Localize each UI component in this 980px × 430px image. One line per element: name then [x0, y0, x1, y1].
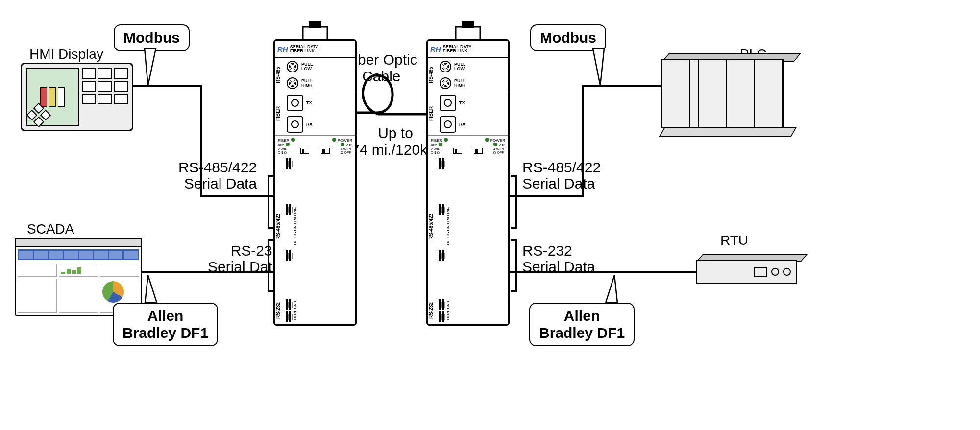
vlabel-fiber: FIBER	[428, 92, 437, 135]
svg-rect-6	[456, 27, 480, 40]
svg-marker-3	[606, 275, 617, 303]
label-pull-high: PULL HIGH	[301, 79, 313, 88]
section-rs485422: RS-485/422 TX+ TX- GND RX+ RX-	[275, 156, 355, 297]
label-tx: TX	[459, 101, 465, 105]
brand-text: SERIAL DATA FIBER LINK	[290, 45, 319, 54]
svg-marker-0	[145, 48, 156, 86]
bubble-ab-right: Allen Bradley DF1	[529, 303, 635, 346]
vlabel-rs485: RS-485	[428, 58, 437, 92]
dip-switch	[300, 148, 309, 154]
fiber-module-right: RH SERIAL DATA FIBER LINK RS-485 PULL LO…	[426, 39, 510, 326]
label-tx: TX	[306, 101, 312, 105]
section-rs232: RS-232 TX RX GND	[275, 297, 355, 324]
dip-switch	[321, 148, 330, 154]
rtu-label: RTU	[720, 233, 748, 248]
dip-switch	[474, 148, 483, 154]
svg-rect-5	[309, 21, 321, 28]
label-rs232-left: RS-232 Serial Data	[208, 242, 280, 275]
hmi-label: HMI Display	[29, 47, 103, 62]
label-rs485-right: RS-485/422 Serial Data	[522, 159, 601, 191]
label-rx: RX	[306, 122, 313, 127]
din-clip-icon	[298, 21, 332, 41]
section-rs485: RS-485 PULL LOW PULL HIGH	[275, 58, 355, 92]
vlabel-rs485422: RS-485/422	[428, 156, 437, 297]
fiber-port-rx	[440, 116, 456, 133]
dip-2wire-label: 2 WIRE ON-Ω	[278, 147, 290, 154]
svg-marker-2	[145, 275, 157, 303]
vlabel-rs232: RS-232	[275, 297, 284, 324]
fiber-module-left: RH SERIAL DATA FIBER LINK RS-485 PULL LO…	[273, 39, 357, 326]
section-fiber: FIBER TX RX	[275, 92, 355, 136]
brand-logo: RH	[277, 45, 288, 53]
led-fiber-label: FIBER	[278, 138, 290, 143]
brand-logo: RH	[430, 45, 441, 53]
label-pull-low: PULL LOW	[301, 62, 313, 71]
bubble-tail	[142, 48, 162, 87]
bubble-tail	[603, 274, 622, 304]
led-power-label: POWER	[490, 138, 505, 143]
svg-marker-1	[593, 48, 604, 86]
dip-4wire-label: 4 WIRE Ω-OFF	[341, 147, 352, 154]
led-panel: FIBERPOWER 485232 2 WIRE ON-Ω4 WIRE Ω-OF…	[428, 136, 508, 156]
vlabel-rs485: RS-485	[275, 58, 284, 92]
vlabel-fiber: FIBER	[275, 92, 284, 135]
led-485-label: 485	[431, 143, 437, 147]
label-rx: RX	[459, 122, 466, 127]
dip-switch	[453, 148, 462, 154]
section-fiber: FIBER TX RX	[428, 92, 508, 136]
dip-2wire-label: 2 WIRE ON-Ω	[431, 147, 442, 154]
fiber-port-tx	[287, 95, 303, 111]
fiber-port-tx	[440, 95, 456, 111]
led-232-label: 232	[346, 143, 352, 147]
knob-pull-low	[287, 61, 298, 72]
label-pull-high: PULL HIGH	[454, 79, 466, 88]
knob-pull-low	[440, 61, 451, 72]
term-labels-232: TX RX GND	[293, 297, 300, 324]
knob-pull-high	[440, 77, 451, 89]
label-pull-low: PULL LOW	[454, 62, 466, 71]
scada-label: SCADA	[27, 221, 74, 237]
term-labels-232: TX RX GND	[446, 297, 453, 324]
led-232-label: 232	[499, 143, 505, 147]
brand-text: SERIAL DATA FIBER LINK	[443, 45, 472, 54]
section-rs485: RS-485 PULL LOW PULL HIGH	[428, 58, 508, 92]
led-power-label: POWER	[338, 138, 352, 143]
label-rs232-right: RS-232 Serial Data	[522, 242, 595, 275]
module-brand: RH SERIAL DATA FIBER LINK	[275, 41, 355, 58]
fiber-port-rx	[287, 116, 303, 133]
rtu-device	[696, 255, 804, 284]
term-labels-485: TX+ TX- GND RX+ RX-	[293, 156, 300, 297]
svg-rect-4	[303, 27, 327, 40]
svg-rect-7	[462, 21, 474, 28]
plc-device	[662, 54, 794, 137]
hmi-keypad	[82, 68, 128, 126]
led-fiber-label: FIBER	[431, 138, 442, 143]
knob-pull-high	[287, 77, 298, 89]
label-rs485-left: RS-485/422 Serial Data	[178, 159, 257, 191]
vlabel-rs232: RS-232	[428, 297, 437, 324]
hmi-display-device	[21, 63, 133, 131]
bubble-tail	[590, 48, 610, 87]
term-labels-485: TX+ TX- GND RX+ RX-	[446, 156, 453, 297]
module-brand: RH SERIAL DATA FIBER LINK	[428, 41, 508, 58]
led-panel: FIBERPOWER 485232 2 WIRE ON-Ω4 WIRE Ω-OF…	[275, 136, 355, 156]
led-485-label: 485	[278, 143, 284, 147]
hmi-dpad	[28, 104, 49, 126]
section-rs232: RS-232 TX RX GND	[428, 297, 508, 324]
bubble-tail	[142, 274, 162, 304]
section-rs485422: RS-485/422 TX+ TX- GND RX+ RX-	[428, 156, 508, 297]
dip-4wire-label: 4 WIRE Ω-OFF	[493, 147, 505, 154]
vlabel-rs485422: RS-485/422	[275, 156, 284, 297]
din-clip-icon	[451, 21, 485, 41]
bubble-ab-left: Allen Bradley DF1	[113, 303, 218, 346]
